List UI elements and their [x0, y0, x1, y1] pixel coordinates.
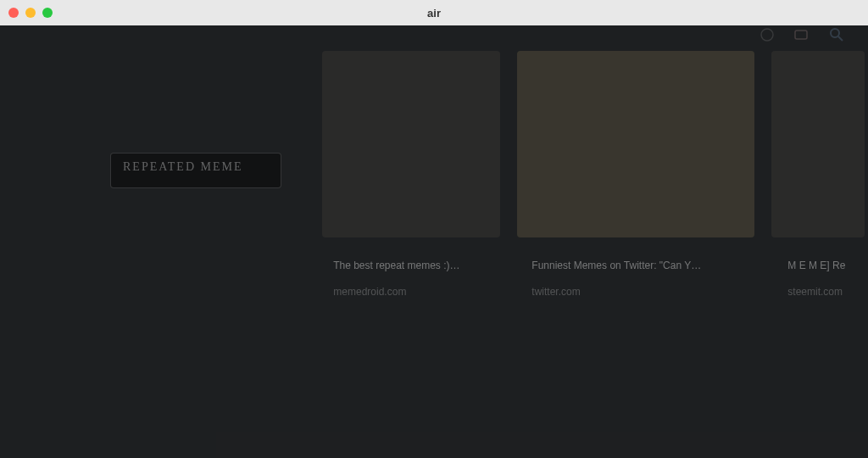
bg-caption: The best repeat memes :)… memedroid.com [322, 246, 460, 312]
bg-image-tile [517, 51, 754, 237]
camera-icon [793, 27, 809, 42]
mic-icon [760, 27, 775, 42]
bg-caption: M E M E] Re steemit.com [776, 246, 845, 312]
terminal-view[interactable]: REPEATED MEME The best repeat memes :)… … [0, 25, 868, 458]
window-titlebar: air [0, 0, 868, 25]
svg-point-2 [831, 29, 839, 37]
search-icon [829, 27, 844, 42]
bg-caption: Funniest Memes on Twitter: "Can Y… twitt… [520, 246, 701, 312]
svg-rect-1 [795, 31, 807, 39]
svg-line-3 [838, 36, 843, 41]
bg-text: REPEATED MEME [123, 159, 243, 175]
svg-point-0 [761, 29, 773, 41]
bg-image-tile [771, 51, 865, 237]
window-title: air [0, 7, 868, 20]
bg-image-tile [322, 51, 500, 237]
